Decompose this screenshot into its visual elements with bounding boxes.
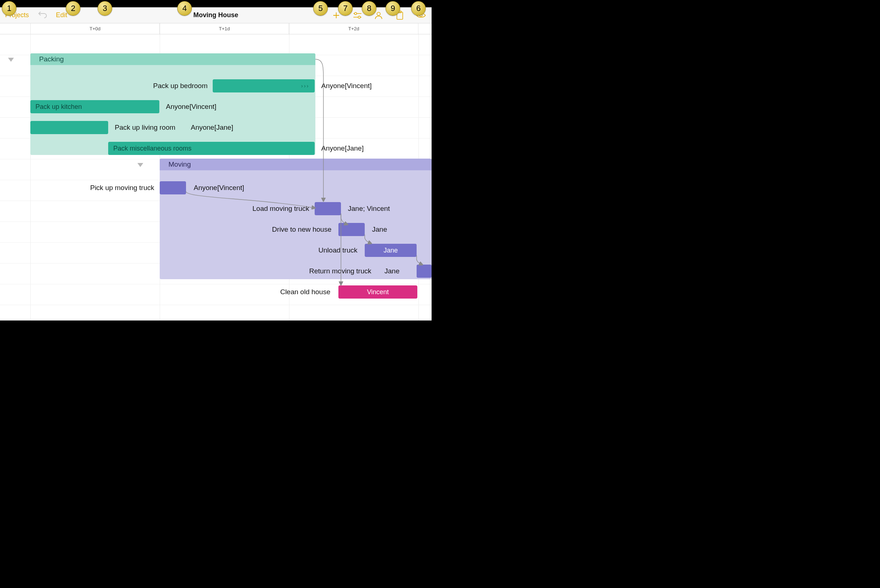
group-bg-moving [160, 159, 432, 279]
callout-8: 8 [362, 1, 376, 16]
callout-1: 1 [2, 1, 16, 16]
task-bar[interactable] [417, 265, 432, 278]
callout-6: 6 [411, 1, 426, 16]
svg-point-3 [358, 16, 360, 18]
callout-5: 5 [313, 1, 328, 16]
timeline-tick: T+2d [289, 23, 418, 34]
task-bar[interactable]: Pack up kitchen [30, 100, 159, 113]
task-bar[interactable] [315, 202, 341, 215]
task-bar[interactable] [30, 121, 108, 134]
task-bar[interactable] [339, 223, 365, 236]
task-resource: Anyone[Jane] [316, 142, 364, 155]
task-label: Clean old house [223, 285, 335, 298]
task-bar[interactable]: Pack miscellaneous rooms [108, 142, 315, 155]
task-label: Return moving truck [252, 265, 376, 278]
group-header-moving[interactable]: Moving [160, 159, 432, 170]
edit-button[interactable]: Edit [56, 11, 67, 19]
timeline-tick: T+0d [30, 23, 160, 34]
disclosure-icon[interactable] [137, 162, 144, 169]
task-resource: Anyone[Vincent] [161, 100, 216, 113]
filter-icon[interactable] [352, 10, 363, 21]
gantt-chart[interactable]: Packing Pack up bedroom ››› Anyone[Vince… [0, 34, 432, 321]
interrupt-icon: ››› [301, 83, 310, 89]
task-resource: Jane [379, 265, 399, 278]
task-bar[interactable] [160, 181, 186, 194]
svg-point-6 [377, 12, 381, 15]
disclosure-icon[interactable] [7, 56, 15, 64]
task-resource: Anyone[Vincent] [316, 79, 372, 93]
task-resource: Anyone[Jane] [186, 121, 233, 134]
callout-3: 3 [97, 1, 112, 16]
app-window: 1 2 3 4 5 7 8 9 6 Projects Edit Moving H… [0, 0, 432, 321]
callout-4: 4 [177, 1, 192, 16]
task-label: Pack up bedroom [73, 79, 212, 93]
timeline-tick: T+1d [160, 23, 289, 34]
timeline-header: T+0d T+1d T+2d [0, 23, 432, 34]
task-resource: Jane [367, 223, 387, 236]
task-bar[interactable]: Jane [365, 244, 417, 257]
task-label: Load moving truck [190, 202, 313, 215]
task-label: Pack up living room [109, 121, 175, 134]
callout-7: 7 [338, 1, 353, 16]
task-bar[interactable]: Vincent [339, 285, 417, 298]
svg-point-0 [354, 12, 357, 15]
task-resource: Anyone[Vincent] [189, 181, 244, 194]
task-resource: Jane; Vincent [343, 202, 390, 215]
callout-9: 9 [385, 1, 400, 16]
undo-icon[interactable] [37, 10, 48, 21]
group-header-packing[interactable]: Packing [30, 53, 315, 65]
task-label: Unload truck [252, 244, 362, 257]
task-label: Pick up moving truck [44, 181, 159, 194]
callout-2: 2 [66, 1, 80, 16]
task-label: Drive to new house [208, 223, 336, 236]
task-bar[interactable]: ››› [213, 79, 315, 93]
